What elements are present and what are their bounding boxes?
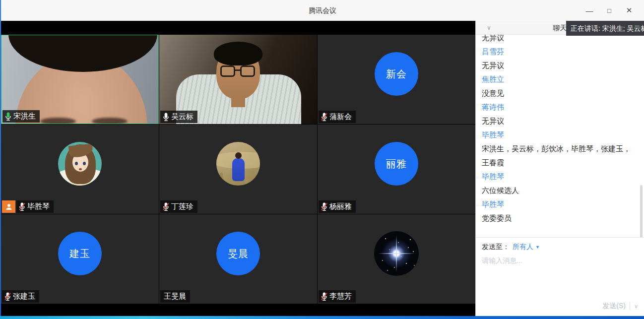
minimize-button[interactable]: — xyxy=(580,0,599,21)
chat-message: 毕胜琴 六位候选人 xyxy=(482,170,635,197)
chat-message: 毕胜琴 宋洪生，吴云标，彭饮冰，毕胜琴，张建玉，王春霞 xyxy=(482,128,635,170)
avatar xyxy=(374,231,419,276)
video-tile-wuyunbiao[interactable]: 吴云标 xyxy=(159,35,317,124)
window-title: 腾讯会议 xyxy=(1,0,644,21)
video-area: 宋洪生 xyxy=(1,21,475,316)
chat-sender: 毕胜琴 xyxy=(482,128,635,142)
person-badge-icon xyxy=(2,200,15,213)
video-tile-bishengqin[interactable]: 毕胜琴 xyxy=(1,125,159,214)
participant-name: 蒲新会 xyxy=(329,112,352,122)
chat-scrollbar[interactable] xyxy=(640,185,643,237)
participant-name: 吴云标 xyxy=(171,112,193,122)
main-area: 宋洪生 xyxy=(1,21,644,316)
name-tag: 蒲新会 xyxy=(319,111,356,123)
chat-sender: 焦胜立 xyxy=(482,72,635,86)
participant-name: 宋洪生 xyxy=(13,112,36,121)
participant-name: 丁莲珍 xyxy=(171,202,193,211)
name-tag: 毕胜琴 xyxy=(16,200,54,213)
send-to-row: 发送至： 所有人 ▼ xyxy=(482,243,638,252)
name-tag: 丁莲珍 xyxy=(160,200,197,213)
video-tile-puxinhui[interactable]: 新会 蒲新会 xyxy=(318,35,475,124)
avatar: 旻晨 xyxy=(216,232,260,275)
chat-message: 焦胜立 没意见 xyxy=(482,72,635,100)
chat-message-list[interactable]: 无异议 吕雪芬 无异议 焦胜立 没意见 蒋诗伟 无异议 毕胜琴 宋洪生，吴云标，… xyxy=(476,35,644,237)
chat-sender: 毕胜琴 xyxy=(482,197,635,211)
avatar: 建玉 xyxy=(58,232,102,275)
chat-text: 没意见 xyxy=(482,86,635,100)
name-tag: 李慧芳 xyxy=(319,290,356,303)
chat-sender: 毕胜琴 xyxy=(482,170,635,184)
mic-muted-icon xyxy=(162,202,170,211)
chat-sender: 蒋诗伟 xyxy=(482,100,635,114)
chat-message: 无异议 xyxy=(482,35,635,45)
mic-muted-icon xyxy=(321,292,328,301)
chat-input[interactable] xyxy=(482,256,638,300)
video-tile-dinglianzhen[interactable]: 丁莲珍 xyxy=(159,125,317,214)
avatar-initials: 新会 xyxy=(386,67,407,81)
participant-name: 毕胜琴 xyxy=(27,202,50,211)
video-tile-yangliya[interactable]: 丽雅 杨丽雅 xyxy=(318,125,475,214)
avatar-initials: 丽雅 xyxy=(386,157,407,171)
send-to-label: 发送至： xyxy=(482,243,510,252)
avatar xyxy=(216,142,260,186)
mic-muted-icon xyxy=(18,202,26,211)
avatar: 新会 xyxy=(375,52,418,96)
meeting-window: 腾讯会议 — □ ✕ xyxy=(1,0,644,316)
name-tag: 王旻晨 xyxy=(160,290,190,303)
send-to-dropdown[interactable]: 所有人 xyxy=(513,243,533,252)
name-tag: 宋洪生 xyxy=(2,110,40,123)
participant-name: 王旻晨 xyxy=(164,292,186,301)
name-tag: 杨丽雅 xyxy=(319,200,356,213)
video-tile-lihuifang[interactable]: 李慧芳 xyxy=(318,214,475,304)
chat-text: 宋洪生，吴云标，彭饮冰，毕胜琴，张建玉，王春霞 xyxy=(482,142,635,170)
participant-name: 李慧芳 xyxy=(329,292,352,301)
chat-text: 无异议 xyxy=(482,35,635,45)
chat-message: 毕胜琴 党委委员 xyxy=(482,197,635,225)
chat-text: 党委委员 xyxy=(482,211,635,225)
participant-name: 杨丽雅 xyxy=(329,202,352,211)
avatar xyxy=(58,142,102,186)
mic-muted-icon xyxy=(321,112,328,122)
chat-message: 蒋诗伟 无异议 xyxy=(482,100,635,128)
chat-footer: 发送至： 所有人 ▼ 发送(S) ∨ xyxy=(476,237,644,316)
participant-grid: 宋洪生 xyxy=(1,35,475,304)
mic-muted-icon xyxy=(4,292,11,301)
send-divider xyxy=(630,302,630,310)
titlebar: 腾讯会议 — □ ✕ xyxy=(1,0,644,21)
video-tile-songhongsheng[interactable]: 宋洪生 xyxy=(1,35,159,124)
active-speaker-toast: 正在讲话: 宋洪生; 吴云标; xyxy=(566,21,644,36)
mic-muted-icon xyxy=(321,202,328,211)
send-button[interactable]: 发送(S) xyxy=(602,302,626,311)
desktop-taskbar-edge xyxy=(0,316,644,319)
chat-text: 六位候选人 xyxy=(482,184,635,197)
video-tile-zhangjianyu[interactable]: 建玉 张建玉 xyxy=(1,214,159,304)
avatar-initials: 旻晨 xyxy=(228,247,249,260)
name-tag: 张建玉 xyxy=(2,290,39,303)
participant-name: 张建玉 xyxy=(13,292,35,301)
avatar: 丽雅 xyxy=(375,142,418,186)
chat-panel: ∨ 聊天 无异议 吕雪芬 无异议 焦胜立 没意见 蒋诗伟 无异议 xyxy=(475,21,644,316)
window-controls: — □ ✕ xyxy=(580,0,639,21)
dropdown-caret-icon[interactable]: ▼ xyxy=(535,245,540,250)
send-row: 发送(S) ∨ xyxy=(482,300,638,312)
send-options-chevron-icon[interactable]: ∨ xyxy=(634,303,638,310)
mic-on-icon xyxy=(162,112,170,122)
avatar-initials: 建玉 xyxy=(69,247,90,260)
mic-on-speaking-icon xyxy=(4,112,12,121)
maximize-button[interactable]: □ xyxy=(599,0,619,21)
chat-sender: 吕雪芬 xyxy=(482,45,635,59)
name-tag: 吴云标 xyxy=(160,111,197,123)
chat-message: 吕雪芬 无异议 xyxy=(482,45,635,72)
video-tile-wangminchen[interactable]: 旻晨 王旻晨 xyxy=(159,214,317,304)
chat-text: 无异议 xyxy=(482,59,635,72)
close-button[interactable]: ✕ xyxy=(619,0,639,21)
chat-text: 无异议 xyxy=(482,114,635,128)
